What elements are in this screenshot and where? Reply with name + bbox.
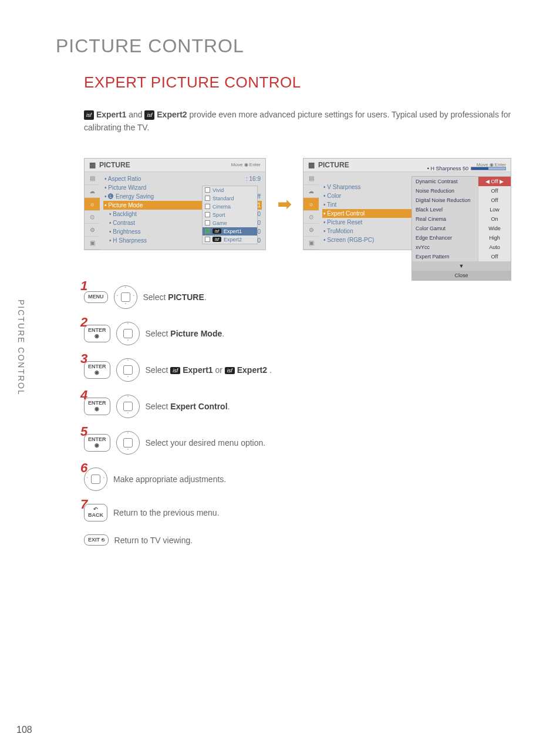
intro-expert1: Expert1 [96, 110, 126, 119]
nav-pad[interactable]: ˄˅˂˃ [114, 285, 137, 309]
step-number: 2 [80, 315, 87, 330]
intro-expert2: Expert2 [157, 110, 187, 119]
enter-button[interactable]: ENTER◉ [84, 361, 110, 379]
enter-button[interactable]: ENTER◉ [84, 325, 110, 342]
option-row[interactable]: Digital Noise ReductionOff [412, 196, 511, 205]
isf-icon: isf [144, 110, 154, 120]
isf-icon: isf [170, 367, 180, 374]
osd-option-table[interactable]: Dynamic Contrast◀ Off ▶Noise ReductionOf… [411, 176, 511, 281]
step-number: 7 [80, 497, 87, 512]
option-row[interactable]: Real CinemaOn [412, 214, 511, 224]
exit-button[interactable]: EXIT ⎋ [84, 534, 109, 546]
step-text: Return to TV viewing. [114, 536, 193, 545]
option-row[interactable]: Edge EnhancerHigh [412, 233, 511, 243]
isf-icon: isf [225, 367, 235, 374]
option-row[interactable]: Dynamic Contrast◀ Off ▶ [412, 177, 511, 186]
step-number: 4 [80, 388, 87, 403]
popup-row[interactable]: Cinema [203, 203, 257, 211]
step-exit: EXIT ⎋ Return to TV viewing. [84, 534, 525, 546]
step-bold: Expert Control [170, 402, 227, 411]
osd-left-hint: Move ◉ Enter [231, 162, 261, 167]
page-number: 108 [16, 725, 32, 735]
popup-row[interactable]: Vivid [203, 186, 257, 194]
step-text: Make appropriate adjustments. [113, 475, 226, 484]
option-row[interactable]: Color GamutWide [412, 224, 511, 233]
step-6: 6 ˂˃ Make appropriate adjustments. [84, 467, 525, 491]
step-7: 7 ↶BACK Return to the previous menu. [84, 504, 525, 521]
step-text: or [215, 365, 224, 375]
nav-pad[interactable]: ˄˅ [116, 395, 140, 418]
nav-pad[interactable]: ˄˅ [116, 358, 140, 382]
step-bold: Expert2 [237, 365, 267, 375]
enter-button[interactable]: ENTER◉ [84, 434, 110, 452]
option-footer: ▼ [412, 261, 511, 271]
popup-row[interactable]: Sport [203, 211, 257, 219]
steps: 1 MENU ˄˅˂˃ Select PICTURE. 2 ENTER◉ ˄˅ … [84, 285, 525, 546]
step-text: Select [143, 292, 168, 302]
step-bold: Expert1 [183, 365, 212, 375]
popup-row[interactable]: isf Expert2 [203, 235, 257, 244]
step-text: . [204, 292, 207, 302]
step-text: Select your desired menu option. [146, 438, 266, 447]
nav-pad[interactable]: ˄˅ [116, 322, 140, 345]
option-row[interactable]: xvYccAuto [412, 243, 511, 252]
osd-row[interactable]: • Aspect Ratio: 16:9 [103, 174, 262, 183]
nav-pad[interactable]: ˄˅ [116, 431, 140, 455]
option-row[interactable]: Black LevelLow [412, 205, 511, 214]
isf-icon: isf [84, 110, 94, 120]
slider-row: • H Sharpness 50 [427, 166, 506, 171]
popup-row[interactable]: Game [203, 219, 257, 227]
slider-bar[interactable] [471, 167, 506, 170]
step-3: 3 ENTER◉ ˄˅ Select isf Expert1 or isf Ex… [84, 358, 525, 382]
osd-popup-picture-mode[interactable]: VividStandardCinemaSportGameisf Expert1i… [202, 186, 258, 244]
step-text: . [228, 402, 230, 411]
step-text: Return to the previous menu. [113, 508, 220, 517]
close-button[interactable]: Close [412, 271, 511, 280]
page-subtitle: EXPERT PICTURE CONTROL [84, 73, 525, 92]
step-bold: PICTURE [168, 292, 204, 302]
side-tab: PICTURE CONTROL [16, 300, 26, 396]
step-text: . [222, 329, 224, 338]
nav-pad[interactable]: ˂˃ [84, 467, 107, 491]
osd-left: ▦PICTURE Move ◉ Enter ▤☁☼⊙⚙▣ • Aspect Ra… [84, 158, 266, 250]
osd-right-title: PICTURE [318, 161, 349, 169]
intro-text: isf Expert1 and isf Expert2 provide even… [84, 108, 525, 134]
osd-left-icons: ▤☁☼⊙⚙▣ [85, 172, 100, 250]
popup-row[interactable]: Standard [203, 194, 257, 203]
step-2: 2 ENTER◉ ˄˅ Select Picture Mode. [84, 322, 525, 345]
step-number: 3 [80, 351, 87, 366]
intro-and: and [126, 110, 144, 119]
page-title: PICTURE CONTROL [56, 35, 525, 57]
option-row[interactable]: Noise ReductionOff [412, 186, 511, 196]
enter-button[interactable]: ENTER◉ [84, 398, 110, 415]
slider-label: • H Sharpness 50 [427, 166, 468, 171]
popup-row[interactable]: isf Expert1 [203, 227, 257, 235]
step-text: Select [146, 365, 171, 375]
step-text: Select [146, 329, 171, 338]
option-row[interactable]: Expert PatternOff [412, 252, 511, 261]
step-number: 1 [80, 278, 87, 294]
step-4: 4 ENTER◉ ˄˅ Select Expert Control. [84, 395, 525, 418]
step-text: . [269, 365, 272, 375]
step-1: 1 MENU ˄˅˂˃ Select PICTURE. [84, 285, 525, 309]
step-5: 5 ENTER◉ ˄˅ Select your desired menu opt… [84, 431, 525, 455]
osd-right-icons: ▤☁☼⊙⚙▣ [303, 172, 319, 250]
arrow-icon: ➡ [278, 194, 291, 214]
step-number: 5 [80, 424, 87, 439]
step-text: Select [146, 402, 171, 411]
step-bold: Picture Mode [170, 329, 222, 338]
osd-right: ▦PICTURE Move ◉ Enter • H Sharpness 50 ▤… [303, 158, 511, 250]
osd-left-title: PICTURE [99, 161, 130, 169]
